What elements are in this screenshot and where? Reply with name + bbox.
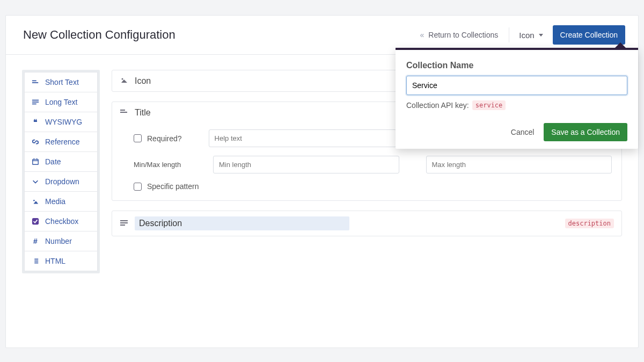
min-max-label: Min/Max length bbox=[134, 161, 203, 169]
sidebar-item-short-text[interactable]: Short Text bbox=[24, 72, 98, 92]
field-label: Icon bbox=[135, 76, 151, 86]
list-icon bbox=[31, 257, 40, 265]
pattern-label-text: Specific pattern bbox=[147, 182, 199, 191]
svg-marker-19 bbox=[121, 79, 127, 83]
collection-api-key-line: Collection API key: service bbox=[406, 100, 627, 110]
create-collection-button[interactable]: Create Collection bbox=[553, 25, 625, 45]
field-head[interactable]: description bbox=[112, 211, 621, 236]
required-checkbox[interactable] bbox=[134, 134, 142, 142]
api-key-label: Collection API key: bbox=[406, 101, 469, 110]
specific-pattern-checkbox[interactable] bbox=[134, 183, 142, 191]
long-text-icon bbox=[31, 98, 40, 106]
sidebar-item-label: Date bbox=[45, 157, 61, 166]
icon-dropdown-label: Icon bbox=[519, 31, 534, 40]
max-length-input[interactable] bbox=[426, 156, 612, 173]
sidebar-item-reference[interactable]: Reference bbox=[24, 132, 98, 152]
chevron-down-icon bbox=[31, 178, 40, 185]
sidebar-item-label: HTML bbox=[45, 257, 65, 265]
save-as-collection-button[interactable]: Save as a Collection bbox=[544, 123, 627, 141]
divider bbox=[509, 27, 509, 42]
short-text-icon bbox=[31, 78, 40, 86]
collection-name-input[interactable] bbox=[406, 76, 627, 95]
field-api-key: description bbox=[565, 219, 614, 228]
sidebar-item-date[interactable]: Date bbox=[24, 151, 98, 172]
chevron-left-icon: « bbox=[420, 31, 425, 39]
return-label: Return to Collections bbox=[428, 31, 498, 39]
sidebar-item-wysiwyg[interactable]: ❝ WYSIWYG bbox=[24, 112, 98, 132]
quotes-icon: ❝ bbox=[31, 118, 40, 126]
page: New Collection Configuration « Return to… bbox=[5, 15, 639, 348]
sidebar-item-dropdown[interactable]: Dropdown bbox=[24, 171, 98, 192]
sidebar-item-label: Number bbox=[45, 237, 72, 245]
help-text-input[interactable] bbox=[209, 129, 397, 147]
save-collection-popover: Collection Name Collection API key: serv… bbox=[396, 48, 638, 149]
field-card-description: description bbox=[112, 211, 622, 236]
page-title: New Collection Configuration bbox=[23, 28, 175, 42]
cancel-button[interactable]: Cancel bbox=[511, 128, 535, 136]
sidebar-item-label: Dropdown bbox=[45, 177, 79, 186]
sidebar-item-label: Media bbox=[45, 197, 65, 206]
popover-actions: Cancel Save as a Collection bbox=[406, 123, 627, 141]
calendar-icon bbox=[31, 158, 40, 165]
long-text-icon bbox=[120, 219, 128, 229]
sidebar-item-media[interactable]: Media bbox=[24, 191, 98, 212]
link-icon bbox=[31, 138, 40, 146]
hash-icon: # bbox=[31, 237, 40, 245]
image-icon bbox=[31, 198, 40, 205]
svg-point-18 bbox=[122, 78, 123, 80]
chevron-down-icon bbox=[539, 34, 543, 37]
return-to-collections-link[interactable]: « Return to Collections bbox=[417, 31, 502, 39]
sidebar-item-checkbox[interactable]: Checkbox bbox=[24, 211, 98, 231]
sidebar-item-label: Checkbox bbox=[45, 217, 78, 226]
api-key-value: service bbox=[472, 100, 506, 110]
checkbox-icon bbox=[31, 218, 40, 225]
sidebar-item-label: WYSIWYG bbox=[45, 118, 82, 126]
sidebar-item-number[interactable]: # Number bbox=[24, 231, 98, 251]
field-label-input[interactable] bbox=[135, 216, 349, 230]
sidebar-item-label: Short Text bbox=[45, 78, 79, 86]
popover-heading: Collection Name bbox=[406, 61, 627, 70]
sidebar-item-html[interactable]: HTML bbox=[24, 251, 98, 271]
field-type-sidebar: Short Text Long Text ❝ WYSIWYG Reference… bbox=[22, 70, 100, 273]
sidebar-item-label: Reference bbox=[45, 137, 80, 146]
sidebar-item-long-text[interactable]: Long Text bbox=[24, 92, 98, 112]
required-checkbox-label[interactable]: Required? bbox=[134, 134, 182, 143]
image-icon bbox=[120, 76, 128, 86]
sidebar-item-label: Long Text bbox=[45, 98, 77, 106]
svg-marker-10 bbox=[34, 201, 39, 204]
specific-pattern-checkbox-label[interactable]: Specific pattern bbox=[134, 182, 199, 191]
field-label-wrap bbox=[135, 216, 349, 230]
required-label-text: Required? bbox=[147, 134, 182, 143]
svg-rect-11 bbox=[32, 218, 39, 225]
short-text-icon bbox=[120, 107, 128, 118]
svg-rect-5 bbox=[33, 160, 39, 165]
min-length-input[interactable] bbox=[213, 156, 399, 173]
icon-dropdown[interactable]: Icon bbox=[517, 27, 545, 43]
field-label: Title bbox=[135, 108, 151, 118]
svg-point-9 bbox=[33, 200, 35, 201]
header-actions: « Return to Collections Icon Create Coll… bbox=[417, 25, 625, 45]
